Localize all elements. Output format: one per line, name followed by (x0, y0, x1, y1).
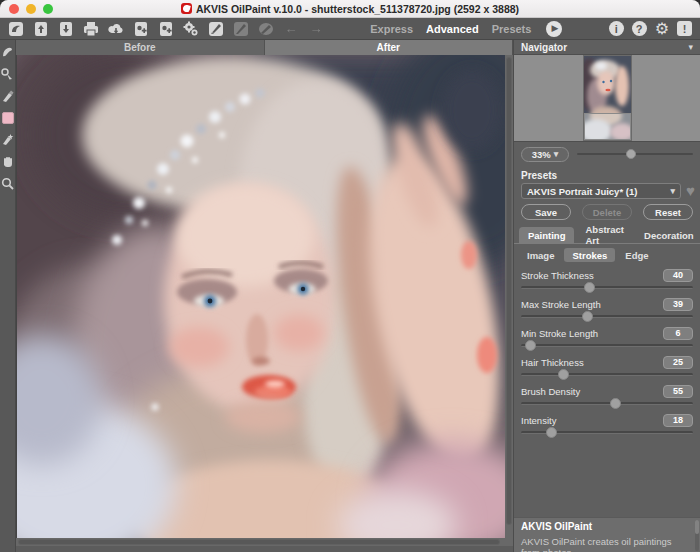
zoom-slider[interactable] (577, 148, 693, 160)
slider-track-area[interactable] (521, 340, 693, 351)
hints-title: AKVIS OilPaint (521, 521, 690, 532)
navigator-view-frame[interactable] (584, 113, 631, 140)
canvas-horizontal-scrollbar[interactable] (16, 538, 513, 546)
zoom-window-button[interactable] (43, 4, 53, 14)
canvas-vertical-scrollbar[interactable] (505, 55, 513, 538)
image-canvas[interactable] (16, 55, 505, 538)
help-icon[interactable]: ? (632, 21, 647, 36)
mode-advanced[interactable]: Advanced (426, 23, 479, 35)
panel-spacer (514, 442, 700, 517)
navigator-thumbnail[interactable] (584, 56, 631, 140)
canvas-column: Before After (16, 40, 513, 552)
slider-track-area[interactable] (521, 427, 693, 438)
eraser-brush-tool[interactable] (1, 90, 14, 103)
minimize-window-button[interactable] (26, 4, 36, 14)
slider-track-area[interactable] (521, 282, 693, 293)
feedback-icon[interactable]: ! (677, 21, 692, 36)
tab-painting[interactable]: Painting (519, 227, 574, 243)
subtab-strokes[interactable]: Strokes (564, 248, 615, 262)
workspace-modes: Express Advanced Presets ▶ (370, 21, 562, 37)
oil-painting-result (17, 55, 505, 538)
akvis-logo-icon[interactable] (8, 21, 24, 37)
preset-selected-value: AKVIS Portrait Juicy* (1) (527, 186, 637, 197)
quick-stroke-tool[interactable] (1, 46, 14, 59)
slider-label: Stroke Thickness (521, 270, 594, 281)
zoom-slider-thumb[interactable] (626, 149, 636, 159)
preferences-gear-icon[interactable]: ⚙ (655, 21, 669, 36)
save-image-button[interactable] (58, 21, 74, 37)
slider-track-area[interactable] (521, 369, 693, 380)
slider-value-badge: 6 (663, 327, 693, 340)
slider-value-badge: 39 (663, 298, 693, 311)
hints-text: AKVIS OilPaint creates oil paintings fro… (521, 536, 690, 552)
slider-thumb[interactable] (525, 340, 536, 351)
titlebar: AKVIS OilPaint v.10.0 - shutterstock_511… (0, 0, 700, 18)
parameter-tabs: Painting Abstract Art Decoration (514, 223, 700, 244)
zoom-chevron-icon: ▾ (554, 149, 559, 159)
slider-label: Max Stroke Length (521, 299, 601, 310)
favorite-heart-icon[interactable]: ♥ (686, 184, 695, 198)
print-button[interactable] (83, 21, 99, 37)
stroke-direction-tool[interactable] (1, 68, 14, 81)
toolbar-file-group: ← → (8, 21, 324, 37)
tab-abstract-art[interactable]: Abstract Art (576, 227, 633, 243)
subtab-edge[interactable]: Edge (617, 248, 656, 262)
tab-after[interactable]: After (265, 40, 514, 55)
undo-arrow-icon: ← (283, 21, 299, 37)
slider-label: Hair Thickness (521, 357, 584, 368)
zoom-value-dropdown[interactable]: 33% ▾ (521, 147, 569, 162)
tab-decoration[interactable]: Decoration (635, 227, 700, 243)
slider-intensity: Intensity 18 (521, 413, 693, 438)
slider-thumb[interactable] (582, 311, 593, 322)
close-window-button[interactable] (9, 4, 19, 14)
zoom-tool[interactable] (1, 177, 14, 190)
preset-dropdown[interactable]: AKVIS Portrait Juicy* (1) ▾ (521, 183, 681, 199)
tab-before[interactable]: Before (16, 40, 265, 55)
presets-label: Presets (514, 166, 700, 183)
navigator-title: Navigator (521, 42, 567, 53)
info-icon[interactable]: i (609, 21, 624, 36)
mode-presets[interactable]: Presets (492, 23, 532, 35)
import-presets-button[interactable] (133, 21, 149, 37)
run-button[interactable]: ▶ (546, 21, 562, 37)
hints-scrollbar[interactable] (695, 520, 699, 551)
save-preset-button[interactable]: Save (521, 204, 571, 220)
subtab-image[interactable]: Image (519, 248, 562, 262)
slider-max-stroke-length: Max Stroke Length 39 (521, 297, 693, 322)
preset-chevron-icon: ▾ (671, 186, 676, 196)
quick-preview-button[interactable] (208, 21, 224, 37)
delete-preset-button: Delete (582, 204, 633, 220)
color-swatch[interactable] (2, 112, 14, 124)
slider-label: Brush Density (521, 386, 580, 397)
history-brush-tool[interactable] (1, 133, 14, 146)
navigator-collapse-chevron-icon[interactable]: ▾ (688, 42, 693, 52)
bottom-strip (16, 546, 513, 552)
slider-track-area[interactable] (521, 398, 693, 409)
batch-processing-button[interactable] (183, 21, 199, 37)
akvis-app-icon (181, 3, 192, 14)
export-presets-button[interactable] (158, 21, 174, 37)
navigator-header: Navigator ▾ (514, 40, 700, 54)
hand-pan-tool[interactable] (1, 155, 14, 168)
vertical-scroll-thumb[interactable] (506, 57, 512, 525)
traffic-lights (9, 4, 53, 14)
slider-label: Intensity (521, 415, 556, 426)
reset-button[interactable]: Reset (643, 204, 693, 220)
slider-thumb[interactable] (610, 398, 621, 409)
slider-thumb[interactable] (558, 369, 569, 380)
navigator-preview[interactable] (514, 54, 700, 142)
mode-express[interactable]: Express (370, 23, 413, 35)
slider-thumb[interactable] (546, 427, 557, 438)
slider-value-badge: 55 (663, 385, 693, 398)
open-image-button[interactable] (33, 21, 49, 37)
slider-track-area[interactable] (521, 311, 693, 322)
share-cloud-button[interactable] (108, 21, 124, 37)
horizontal-scroll-thumb[interactable] (18, 539, 500, 545)
slider-value-badge: 25 (663, 356, 693, 369)
preset-buttons: Save Delete Reset (514, 199, 700, 223)
slider-value-badge: 40 (663, 269, 693, 282)
slider-thumb[interactable] (584, 282, 595, 293)
hints-panel: AKVIS OilPaint AKVIS OilPaint creates oi… (514, 517, 700, 552)
play-icon: ▶ (551, 24, 558, 33)
slider-hair-thickness: Hair Thickness 25 (521, 355, 693, 380)
